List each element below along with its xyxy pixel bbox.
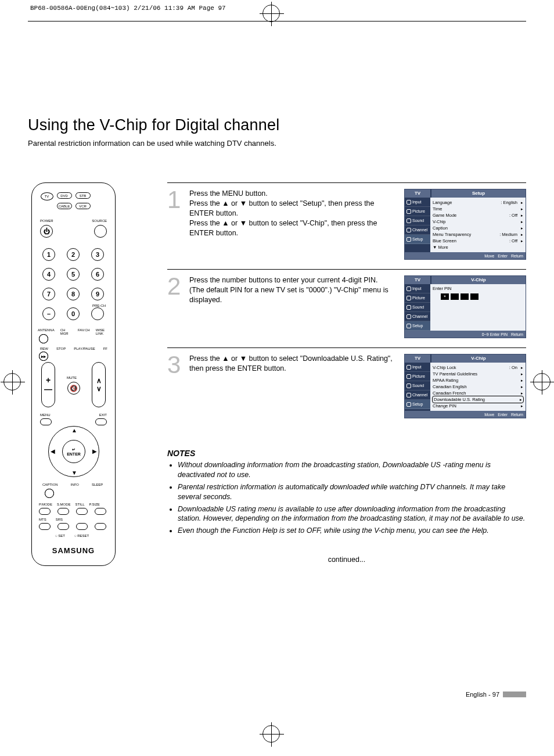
osd-footer-item: Enter xyxy=(498,413,508,417)
number-pad: 1 2 3 4 5 6 7 8 9 – 0 xyxy=(42,248,107,324)
registration-mark-left xyxy=(3,373,21,390)
source-button xyxy=(94,225,107,238)
osd-side-icon xyxy=(406,393,411,397)
osd-side-icon xyxy=(406,228,411,232)
osd-side-icon xyxy=(406,237,411,242)
osd-side-input: Input xyxy=(405,363,430,372)
ff-button: ▸▸ xyxy=(39,352,48,361)
footer-bar xyxy=(503,691,526,697)
prech-label: PRE-CH xyxy=(92,304,106,307)
exit-label: EXIT xyxy=(99,413,107,417)
still-label: STILL xyxy=(75,503,85,506)
down-arrow-icon: ▼ xyxy=(71,470,77,476)
still-button xyxy=(76,508,88,515)
prech-button xyxy=(91,307,104,320)
note-item: Downloadable US rating menu is available… xyxy=(178,504,526,524)
osd-side-setup: Setup xyxy=(405,400,430,409)
pin-box xyxy=(451,293,459,300)
osd-side-label: Input xyxy=(412,286,422,291)
chevron-right-icon: ▸ xyxy=(521,391,523,395)
osd-row: Canadian French▸ xyxy=(433,390,523,396)
num-8: 8 xyxy=(67,288,80,300)
osd-side-icon xyxy=(406,296,411,300)
osd-row-label: V-Chip Lock xyxy=(433,365,456,370)
left-arrow-icon: ◀ xyxy=(51,448,55,454)
osd-footer-item: Enter xyxy=(498,254,508,258)
exit-button xyxy=(95,418,107,425)
osd-row: V-Chip▸ xyxy=(433,218,523,225)
osd-side-channel: Channel xyxy=(405,312,430,321)
osd-main: V-Chip Lock: On▸TV Parental Guidelines▸M… xyxy=(430,363,526,411)
osd-footer: MoveEnterReturn xyxy=(405,411,526,418)
ff-label: FF xyxy=(103,347,107,350)
mode-buttons: TV DVD STB CABLE VCR xyxy=(39,192,108,209)
osd-row-label: ▼ More xyxy=(433,245,448,250)
step-text: Press the number buttons to enter your c… xyxy=(189,275,397,338)
osd-row-label: Downloadable U.S. Rating xyxy=(434,397,485,402)
osd-side-label: Setup xyxy=(412,324,423,328)
power-button: ⏻ xyxy=(40,225,53,238)
source-label: SOURCE xyxy=(92,219,107,223)
osd-row-label: Blue Screen xyxy=(433,238,456,243)
osd-row-value: ▸ xyxy=(517,384,523,389)
num-9: 9 xyxy=(91,288,104,300)
osd-row-value: : Medium▸ xyxy=(499,232,523,237)
osd-side-icon xyxy=(406,374,411,379)
dpad: ▲ ▼ ◀ ▶ ↵ENTER xyxy=(48,426,99,477)
menu-button xyxy=(40,418,52,425)
mode-tv: TV xyxy=(41,192,53,200)
intro-text: Parental restriction information can be … xyxy=(28,139,526,148)
osd-side-icon xyxy=(406,365,411,370)
brand-logo: SAMSUNG xyxy=(32,546,115,555)
osd-row: MPAA Rating▸ xyxy=(433,377,523,384)
osd-row-value: ▸ xyxy=(517,219,523,224)
page-title: Using the V-Chip for Digital channel xyxy=(28,116,526,134)
channel-rocker: ∧∨ xyxy=(92,362,106,407)
osd-row-value: ▸ xyxy=(517,225,523,231)
srs-button xyxy=(57,523,69,530)
extra-button-2 xyxy=(95,523,106,530)
note-item: Without downloading information from the… xyxy=(178,460,526,480)
continued-label: continued... xyxy=(167,556,526,564)
notes-title: NOTES xyxy=(167,449,526,458)
osd-title: V-Chip xyxy=(431,276,526,284)
note-item: Even though the Function Help is set to … xyxy=(178,526,526,536)
osd-side-icon xyxy=(406,209,411,214)
osd-side-icon xyxy=(406,218,411,223)
note-item: Parental restriction information is auto… xyxy=(178,482,526,502)
smode-button xyxy=(57,508,69,515)
mts-label: MTS xyxy=(39,518,46,521)
step-number: 2 xyxy=(167,275,182,338)
osd-side-label: Setup xyxy=(412,237,423,241)
osd-title: V-Chip xyxy=(431,354,526,363)
osd-side-label: Input xyxy=(412,200,422,204)
osd-footer-item: Return xyxy=(511,254,523,258)
favch-label: FAV.CH xyxy=(78,328,90,335)
osd-row: Game Mode: Off▸ xyxy=(433,212,523,218)
reset-label: ○ RESET xyxy=(74,534,89,538)
osd-side-icon xyxy=(406,286,411,291)
osd-side-channel: Channel xyxy=(405,390,430,400)
chevron-right-icon: ▸ xyxy=(521,378,523,382)
osd-side-setup: Setup xyxy=(405,235,430,244)
remote-diagram: TV DVD STB CABLE VCR POWER SOURCE ⏻ 1 2 … xyxy=(31,182,116,566)
osd-side-label: Channel xyxy=(412,393,427,397)
osd-row-value: : On▸ xyxy=(509,365,523,370)
osd-side-label: Sound xyxy=(412,305,424,309)
osd-screenshot: TVV-ChipInputPictureSoundChannelSetupV-C… xyxy=(404,354,526,418)
footer-text: English - 97 xyxy=(466,691,499,698)
osd-tv-label: TV xyxy=(405,354,430,363)
osd-side-input: Input xyxy=(405,284,430,293)
menu-label: MENU xyxy=(40,413,51,417)
srs-label: SRS xyxy=(56,518,63,521)
stop-label: STOP xyxy=(56,347,66,350)
osd-row: Caption▸ xyxy=(433,225,523,231)
osd-row-label: V-Chip xyxy=(433,219,446,224)
osd-row-label: Game Mode xyxy=(433,213,456,218)
up-arrow-icon: ▲ xyxy=(71,427,77,433)
smode-label: S.MODE xyxy=(57,503,71,506)
psize-label: P.SIZE xyxy=(89,503,100,506)
mode-cable: CABLE xyxy=(57,203,72,209)
num-6: 6 xyxy=(91,268,104,281)
osd-row: Menu Transparency: Medium▸ xyxy=(433,231,523,238)
